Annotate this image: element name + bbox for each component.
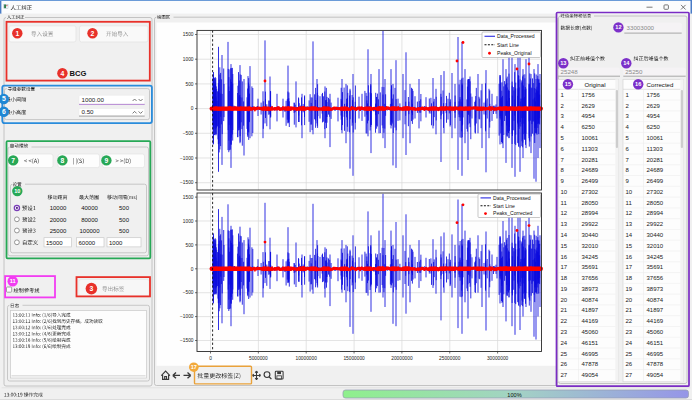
svg-text:20281: 20281	[647, 157, 664, 163]
svg-text:16: 16	[635, 81, 641, 87]
svg-text:10: 10	[626, 189, 633, 195]
svg-text:13: 13	[561, 221, 568, 227]
svg-text:14: 14	[626, 232, 633, 238]
svg-text:35691: 35691	[647, 264, 664, 270]
svg-text:Data_Processed: Data_Processed	[497, 33, 535, 39]
svg-text:−1500: −1500	[180, 338, 194, 343]
svg-text:2629: 2629	[582, 103, 596, 109]
svg-text:Original: Original	[585, 81, 606, 88]
svg-text:46995: 46995	[647, 351, 664, 357]
svg-text:14: 14	[623, 60, 630, 66]
svg-text:15: 15	[561, 243, 568, 249]
svg-text:44169: 44169	[647, 318, 664, 324]
svg-text:17: 17	[626, 264, 633, 270]
svg-text:49054: 49054	[647, 372, 664, 378]
svg-text:4: 4	[61, 70, 65, 77]
svg-text:20: 20	[626, 297, 633, 303]
svg-text:14: 14	[561, 232, 568, 238]
svg-text:500: 500	[119, 228, 130, 234]
svg-text:22: 22	[626, 318, 633, 324]
svg-text:28994: 28994	[582, 210, 599, 216]
svg-text:44169: 44169	[582, 318, 599, 324]
svg-text:−1000: −1000	[180, 156, 194, 161]
svg-text:17: 17	[191, 364, 197, 370]
svg-text:41897: 41897	[582, 307, 599, 313]
svg-text:7: 7	[11, 157, 15, 164]
svg-text:BCG: BCG	[70, 69, 87, 78]
svg-text:15: 15	[565, 81, 571, 87]
svg-text:1000: 1000	[109, 240, 123, 246]
svg-text:20000000: 20000000	[391, 356, 413, 361]
svg-text:16: 16	[626, 254, 633, 260]
svg-text:20281: 20281	[582, 157, 599, 163]
svg-text:41897: 41897	[647, 307, 664, 313]
svg-text:12: 12	[615, 24, 621, 30]
svg-text:27302: 27302	[647, 189, 664, 195]
svg-text:9: 9	[105, 157, 109, 164]
svg-text:24689: 24689	[582, 167, 599, 173]
svg-text:6250: 6250	[582, 124, 596, 130]
svg-text:100%: 100%	[507, 392, 521, 398]
svg-text:24689: 24689	[647, 167, 664, 173]
svg-text:28050: 28050	[647, 200, 664, 206]
svg-text:37656: 37656	[582, 275, 599, 281]
svg-text:34245: 34245	[647, 254, 664, 260]
svg-text:0: 0	[191, 106, 194, 111]
svg-text:12: 12	[626, 210, 633, 216]
svg-text:20: 20	[561, 297, 568, 303]
svg-text:12: 12	[561, 210, 568, 216]
svg-text:25000: 25000	[50, 228, 67, 234]
svg-text:26: 26	[626, 361, 633, 367]
svg-text:1756: 1756	[582, 92, 596, 98]
svg-text:11: 11	[626, 200, 633, 206]
svg-text:46151: 46151	[582, 340, 599, 346]
svg-text:0: 0	[191, 267, 194, 272]
svg-text:25000000: 25000000	[439, 356, 461, 361]
svg-text:26499: 26499	[647, 178, 664, 184]
svg-text:19: 19	[626, 286, 633, 292]
svg-text:10000000: 10000000	[296, 356, 318, 361]
svg-text:8: 8	[61, 157, 65, 164]
svg-text:1: 1	[15, 30, 19, 37]
svg-text:Start Line: Start Line	[493, 203, 515, 209]
svg-text:60000: 60000	[79, 240, 96, 246]
svg-text:Data_Processed: Data_Processed	[493, 195, 531, 201]
svg-text:16: 16	[561, 254, 568, 260]
svg-text:30440: 30440	[582, 232, 599, 238]
svg-text:0: 0	[209, 356, 212, 361]
svg-text:11: 11	[561, 200, 568, 206]
svg-text:6: 6	[2, 108, 6, 115]
svg-text:15000000: 15000000	[343, 356, 365, 361]
svg-text:45060: 45060	[582, 329, 599, 335]
svg-text:11303: 11303	[647, 146, 664, 152]
svg-text:Start Line: Start Line	[497, 42, 519, 48]
svg-text:47878: 47878	[582, 361, 599, 367]
svg-text:15: 15	[626, 243, 633, 249]
svg-text:33003000: 33003000	[627, 24, 655, 31]
svg-text:32010: 32010	[647, 243, 664, 249]
svg-text:500: 500	[119, 205, 130, 211]
svg-text:13: 13	[560, 60, 566, 66]
svg-text:18: 18	[561, 275, 568, 281]
svg-text:40000: 40000	[81, 205, 98, 211]
svg-text:15000: 15000	[46, 240, 63, 246]
svg-text:1000: 1000	[183, 57, 194, 62]
svg-text:17: 17	[561, 264, 568, 270]
svg-text:29922: 29922	[647, 221, 664, 227]
svg-text:47878: 47878	[647, 361, 664, 367]
svg-text:1500: 1500	[183, 195, 194, 200]
svg-text:24: 24	[626, 340, 633, 346]
svg-text:46151: 46151	[647, 340, 664, 346]
svg-text:500: 500	[119, 217, 130, 223]
svg-text:27: 27	[561, 372, 568, 378]
svg-text:1000.00: 1000.00	[82, 96, 105, 103]
svg-text:5000000: 5000000	[249, 356, 268, 361]
svg-text:19: 19	[561, 286, 568, 292]
svg-text:1756: 1756	[647, 92, 661, 98]
svg-text:28994: 28994	[647, 210, 664, 216]
svg-text:23: 23	[561, 329, 568, 335]
svg-text:4954: 4954	[647, 113, 661, 119]
svg-text:Corrected: Corrected	[647, 81, 674, 88]
svg-text:10061: 10061	[647, 135, 664, 141]
svg-text:10: 10	[14, 188, 20, 194]
